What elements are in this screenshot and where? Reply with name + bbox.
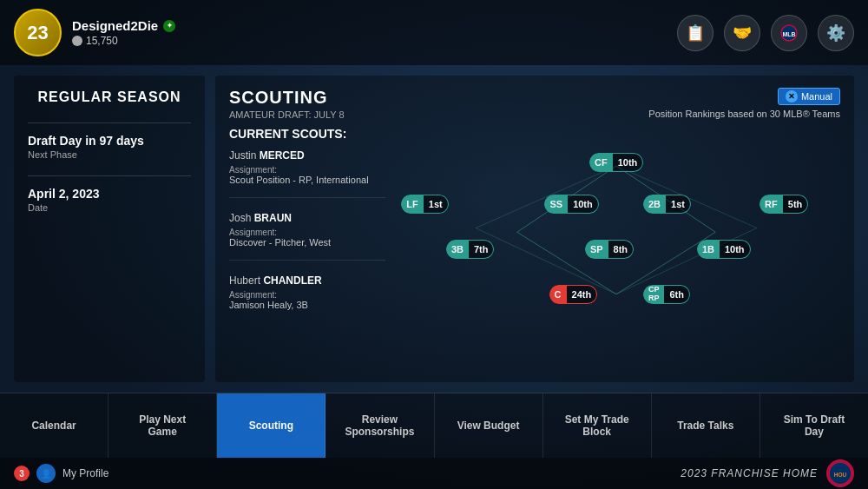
- svg-text:MLB: MLB: [782, 31, 795, 37]
- scouting-header: SCOUTING AMATEUR DRAFT: JULY 8 ✕ Manual …: [229, 88, 840, 120]
- date-block: April 2, 2023 Date: [28, 187, 191, 213]
- field-diagram: CF10th LF1st SS10th 2B1st: [392, 149, 840, 323]
- bottom-nav: Calendar Play NextGame Scouting ReviewSp…: [0, 393, 868, 458]
- pos-ss: SS10th: [544, 195, 598, 214]
- settings-button[interactable]: ⚙️: [818, 15, 854, 51]
- scout-assignment-1: Scout Position - RP, International: [229, 175, 385, 185]
- scout-assignment-3: Jamison Healy, 3B: [229, 300, 385, 310]
- scout-name-1: Justin MERCED: [229, 149, 385, 162]
- assignment-label-3: Assignment:: [229, 290, 385, 300]
- assignment-label-2: Assignment:: [229, 228, 385, 237]
- scout-item: Justin MERCED Assignment: Scout Position…: [229, 149, 385, 198]
- position-rankings-text: Position Rankings based on 30 MLB® Teams: [648, 109, 840, 119]
- assignment-label-1: Assignment:: [229, 165, 385, 175]
- avatar: 23: [14, 9, 62, 56]
- scout-name-2: Josh BRAUN: [229, 212, 385, 224]
- scouting-body: Justin MERCED Assignment: Scout Position…: [229, 149, 840, 336]
- clipboard-button[interactable]: 📋: [677, 15, 713, 51]
- status-left: 3 👤 My Profile: [14, 464, 108, 483]
- pos-rf: RF5th: [760, 195, 808, 214]
- pos-c: C24th: [549, 285, 598, 304]
- nav-trade-talks[interactable]: Trade Talks: [652, 393, 760, 458]
- draft-day-label: Draft Day in 97 days: [28, 134, 191, 148]
- pos-3b: 3B7th: [446, 240, 495, 259]
- scouting-title: SCOUTING: [229, 88, 345, 108]
- divider-1: [28, 122, 191, 123]
- pos-2b: 2B1st: [643, 195, 691, 214]
- franchise-text: 2023 FRANCHISE HOME: [681, 467, 818, 479]
- main-content: REGULAR SEASON Draft Day in 97 days Next…: [0, 65, 868, 393]
- scout-name-3: Hubert CHANDLER: [229, 274, 385, 287]
- status-right: 2023 FRANCHISE HOME HOU: [681, 459, 854, 487]
- divider-2: [28, 175, 191, 176]
- pos-cf: CF10th: [589, 153, 643, 172]
- handshake-button[interactable]: 🤝: [724, 15, 760, 51]
- current-scouts-label: CURRENT SCOUTS:: [229, 127, 840, 141]
- notification-badge: 3: [14, 466, 30, 481]
- pos-lf: LF1st: [401, 195, 448, 214]
- app-container: 23 Designed2Die ✦ 15,750 📋 🤝 MLB ⚙️: [0, 0, 868, 489]
- status-bar: 3 👤 My Profile 2023 FRANCHISE HOME HOU: [0, 458, 868, 489]
- user-credits: 15,750: [72, 35, 677, 47]
- nav-calendar[interactable]: Calendar: [0, 393, 108, 458]
- nav-scouting[interactable]: Scouting: [217, 393, 326, 458]
- nav-review-sponsorships[interactable]: ReviewSponsorships: [326, 393, 434, 458]
- pos-cprp: CPRP6th: [643, 285, 690, 304]
- scout-item-3: Hubert CHANDLER Assignment: Jamison Heal…: [229, 274, 385, 322]
- left-panel: REGULAR SEASON Draft Day in 97 days Next…: [14, 76, 205, 382]
- profile-label: My Profile: [62, 467, 108, 479]
- scouts-list: Justin MERCED Assignment: Scout Position…: [229, 149, 385, 336]
- season-title: REGULAR SEASON: [28, 89, 191, 105]
- user-info: Designed2Die ✦ 15,750: [72, 18, 677, 47]
- svg-line-9: [616, 228, 757, 294]
- pos-sp: SP8th: [585, 240, 634, 259]
- scout-assignment-2: Discover - Pitcher, West: [229, 237, 385, 248]
- draft-day-block: Draft Day in 97 days Next Phase: [28, 134, 191, 160]
- svg-text:HOU: HOU: [834, 472, 847, 478]
- xbox-icon: ✦: [163, 20, 175, 32]
- mlb-button[interactable]: MLB: [771, 15, 807, 51]
- current-date: April 2, 2023: [28, 187, 191, 201]
- username: Designed2Die ✦: [72, 18, 677, 33]
- team-logo: HOU: [826, 459, 854, 487]
- nav-play-next-game[interactable]: Play NextGame: [108, 393, 217, 458]
- profile-icon: 👤: [36, 464, 56, 483]
- scouting-subtitle: AMATEUR DRAFT: JULY 8: [229, 109, 345, 120]
- top-bar: 23 Designed2Die ✦ 15,750 📋 🤝 MLB ⚙️: [0, 0, 868, 65]
- x-button-icon: ✕: [786, 90, 798, 102]
- field-svg: [392, 149, 840, 323]
- pos-1b: 1B10th: [697, 240, 751, 259]
- scouting-title-block: SCOUTING AMATEUR DRAFT: JULY 8: [229, 88, 345, 120]
- nav-view-budget[interactable]: View Budget: [435, 393, 543, 458]
- nav-trade-block[interactable]: Set My TradeBlock: [543, 393, 652, 458]
- draft-day-sub: Next Phase: [28, 149, 191, 160]
- scouting-panel: SCOUTING AMATEUR DRAFT: JULY 8 ✕ Manual …: [215, 76, 854, 382]
- top-icons: 📋 🤝 MLB ⚙️: [677, 15, 854, 51]
- svg-line-8: [476, 228, 616, 294]
- credits-icon: [72, 36, 82, 46]
- nav-sim-draft-day[interactable]: Sim To DraftDay: [760, 393, 868, 458]
- manual-badge[interactable]: ✕ Manual: [778, 88, 840, 105]
- date-sub: Date: [28, 202, 191, 213]
- scout-item-2: Josh BRAUN Assignment: Discover - Pitche…: [229, 212, 385, 261]
